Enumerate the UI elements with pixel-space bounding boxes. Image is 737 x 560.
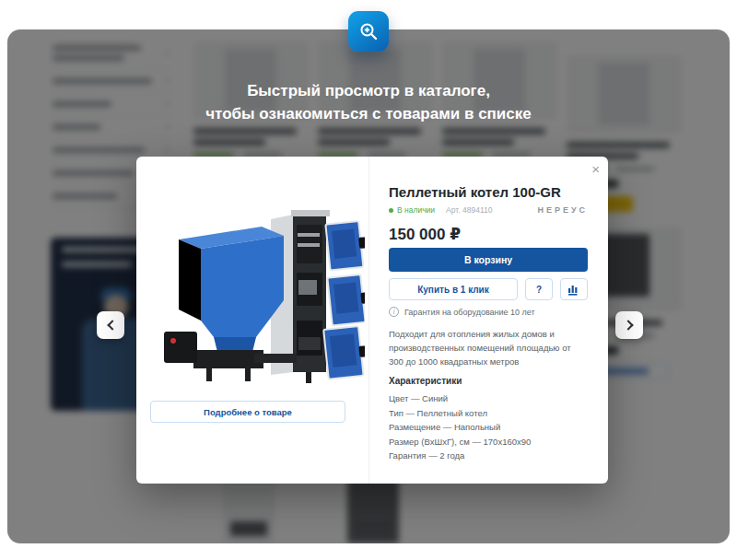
availability-dot-icon (389, 208, 393, 213)
characteristics-list: Цвет — Синий Тип — Пеллетный котел Разме… (389, 391, 588, 463)
product-sku: Арт. 4894110 (446, 205, 492, 215)
compare-bars-icon (567, 284, 580, 296)
overlay-headline: Быстрый просмотр в каталоге, чтобы ознак… (0, 79, 737, 125)
characteristic-row: Размер (ВхШхГ), см — 170x160x90 (389, 435, 588, 449)
characteristics-title: Характеристики (389, 376, 588, 386)
chevron-right-icon (623, 320, 633, 330)
zoom-in-icon (358, 21, 379, 41)
secondary-actions: Купить в 1 клик ? (389, 278, 588, 300)
prev-product-button[interactable] (97, 311, 124, 339)
modal-divider (368, 157, 369, 484)
next-product-button[interactable] (615, 311, 643, 339)
characteristic-row: Размещение — Напольный (389, 420, 588, 435)
warranty-text: Гарантия на оборудование 10 лет (404, 308, 535, 317)
product-description: Подходит для отопления жилых домов и про… (389, 327, 586, 368)
product-image (153, 182, 365, 394)
characteristic-row: Гарантия — 2 года (389, 449, 588, 463)
availability-status: В наличии (397, 205, 435, 215)
close-icon[interactable]: × (591, 162, 600, 177)
characteristic-row: Цвет — Синий (389, 391, 588, 406)
product-title: Пеллетный котел 100-GR (389, 184, 588, 200)
product-details-button[interactable]: Подробнее о товаре (150, 401, 345, 423)
add-to-cart-button[interactable]: В корзину (389, 248, 588, 272)
headline-line-1: Быстрый просмотр в каталоге, (0, 79, 737, 102)
product-price: 150 000 ₽ (389, 225, 588, 244)
chevron-left-icon (107, 320, 117, 330)
brand-logo: НЕРЕУС (537, 205, 588, 215)
product-meta: В наличии Арт. 4894110 НЕРЕУС (389, 205, 588, 215)
warranty-note: i Гарантия на оборудование 10 лет (389, 307, 588, 317)
one-click-buy-button[interactable]: Купить в 1 клик (389, 278, 518, 300)
quick-view-modal: × (136, 157, 608, 484)
info-icon: i (389, 307, 399, 317)
characteristic-row: Тип — Пеллетный котел (389, 406, 588, 421)
question-button[interactable]: ? (525, 278, 553, 300)
headline-line-2: чтобы ознакомиться с товарами в списке (0, 102, 737, 125)
compare-button[interactable] (560, 278, 588, 300)
quick-view-badge (348, 11, 389, 52)
